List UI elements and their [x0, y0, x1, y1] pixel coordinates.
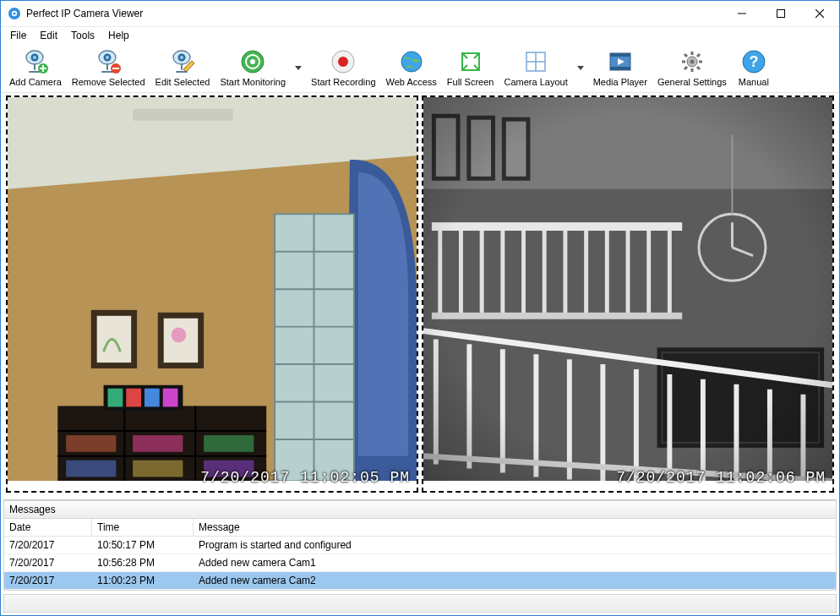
camera-2-image: [423, 97, 832, 481]
svg-rect-27: [610, 53, 630, 57]
help-icon: ?: [740, 48, 767, 75]
fullscreen-icon: [457, 48, 484, 75]
webcam-remove-icon: [95, 48, 122, 75]
camera-feed-1[interactable]: 7/20/2017 11:02:05 PM: [6, 95, 418, 493]
maximize-button[interactable]: [761, 1, 800, 26]
monitoring-icon: [239, 48, 266, 75]
svg-rect-28: [610, 67, 630, 70]
svg-point-10: [106, 56, 109, 59]
cell-message: Program is started and configured: [194, 537, 836, 553]
svg-rect-35: [133, 109, 233, 121]
svg-rect-52: [145, 389, 160, 407]
minimize-button[interactable]: [723, 1, 761, 26]
cell-message: Added new camera Cam2: [194, 572, 836, 589]
svg-point-2: [13, 12, 15, 14]
svg-text:?: ?: [749, 53, 758, 70]
grid-header: Date Time Message: [4, 519, 836, 537]
remove-selected-button[interactable]: Remove Selected: [67, 46, 150, 89]
cell-date: 7/20/2017: [4, 554, 92, 571]
svg-point-14: [180, 56, 183, 59]
media-player-button[interactable]: Media Player: [588, 46, 652, 89]
layout-grid-icon: [522, 48, 549, 75]
web-access-button[interactable]: Web Access: [381, 46, 442, 89]
toolbar: Add Camera Remove Selected Edit Selected…: [1, 44, 839, 93]
cell-time: 10:56:28 PM: [92, 554, 194, 571]
svg-point-30: [690, 60, 694, 64]
svg-rect-53: [163, 389, 178, 407]
start-monitoring-dropdown[interactable]: [291, 51, 306, 84]
messages-title: Messages: [3, 500, 837, 519]
svg-rect-3: [777, 10, 785, 18]
start-monitoring-button[interactable]: Start Monitoring: [215, 46, 291, 89]
camera-2-timestamp: 7/20/2017 11:02:06 PM: [616, 469, 826, 486]
tool-label: Edit Selected: [155, 77, 210, 87]
tool-label: Media Player: [593, 77, 647, 87]
camera-feed-2[interactable]: 7/20/2017 11:02:06 PM: [422, 95, 834, 493]
cell-message: Added new camera Cam1: [194, 554, 836, 571]
cell-time: 11:00:23 PM: [92, 572, 194, 589]
globe-icon: [398, 48, 425, 75]
tool-label: Start Monitoring: [220, 77, 286, 87]
titlebar: Perfect IP Camera Viewer: [1, 1, 839, 27]
manual-button[interactable]: ? Manual: [732, 46, 776, 89]
col-header-date[interactable]: Date: [4, 519, 92, 536]
webcam-edit-icon: [169, 48, 196, 75]
edit-selected-button[interactable]: Edit Selected: [150, 46, 215, 89]
camera-grid: 7/20/2017 11:02:05 PM: [3, 93, 837, 495]
window-title: Perfect IP Camera Viewer: [26, 8, 143, 19]
svg-point-21: [338, 57, 348, 67]
svg-rect-45: [204, 435, 254, 452]
camera-1-image: [8, 97, 417, 481]
svg-point-19: [250, 59, 255, 64]
camera-layout-dropdown[interactable]: [573, 51, 588, 84]
svg-rect-43: [66, 435, 116, 452]
gear-icon: [679, 48, 706, 75]
media-player-icon: [607, 48, 634, 75]
table-row[interactable]: 7/20/201710:50:17 PMProgram is started a…: [4, 537, 836, 554]
cell-date: 7/20/2017: [4, 537, 92, 553]
svg-rect-47: [133, 461, 183, 477]
add-camera-button[interactable]: Add Camera: [4, 46, 67, 89]
status-bar: [3, 594, 837, 613]
tool-label: Add Camera: [9, 77, 62, 87]
record-icon: [330, 48, 357, 75]
tool-label: Full Screen: [447, 77, 494, 87]
messages-panel: Messages Date Time Message 7/20/201710:5…: [3, 499, 837, 591]
app-icon: [8, 7, 21, 20]
table-row[interactable]: 7/20/201710:56:28 PMAdded new camera Cam…: [4, 554, 836, 572]
svg-rect-67: [423, 97, 832, 481]
svg-rect-44: [133, 435, 183, 452]
webcam-add-icon: [22, 48, 49, 75]
start-recording-button[interactable]: Start Recording: [306, 46, 380, 89]
close-button[interactable]: [800, 1, 839, 26]
svg-rect-46: [66, 461, 116, 477]
menu-file[interactable]: File: [4, 28, 32, 43]
svg-rect-50: [108, 389, 123, 407]
content-area: 7/20/2017 11:02:05 PM: [1, 93, 839, 615]
messages-grid[interactable]: Date Time Message 7/20/201710:50:17 PMPr…: [3, 519, 837, 591]
app-window: Perfect IP Camera Viewer File Edit Tools…: [0, 0, 840, 616]
menu-edit[interactable]: Edit: [34, 28, 63, 43]
tool-label: Start Recording: [311, 77, 375, 87]
cell-time: 10:50:17 PM: [92, 537, 194, 553]
full-screen-button[interactable]: Full Screen: [442, 46, 499, 89]
svg-point-41: [172, 328, 187, 343]
col-header-message[interactable]: Message: [194, 519, 836, 536]
camera-layout-button[interactable]: Camera Layout: [499, 46, 572, 89]
tool-label: General Settings: [657, 77, 727, 87]
table-row[interactable]: 7/20/201711:00:23 PMAdded new camera Cam…: [4, 572, 836, 590]
tool-label: Manual: [739, 77, 769, 87]
menubar: File Edit Tools Help: [1, 27, 839, 44]
camera-1-timestamp: 7/20/2017 11:02:05 PM: [200, 469, 410, 486]
svg-point-6: [33, 56, 36, 59]
svg-rect-51: [126, 389, 141, 407]
tool-label: Web Access: [386, 77, 437, 87]
menu-tools[interactable]: Tools: [65, 28, 101, 43]
cell-date: 7/20/2017: [4, 572, 92, 589]
general-settings-button[interactable]: General Settings: [652, 46, 732, 89]
menu-help[interactable]: Help: [102, 28, 135, 43]
tool-label: Camera Layout: [504, 77, 567, 87]
tool-label: Remove Selected: [72, 77, 145, 87]
col-header-time[interactable]: Time: [92, 519, 194, 536]
